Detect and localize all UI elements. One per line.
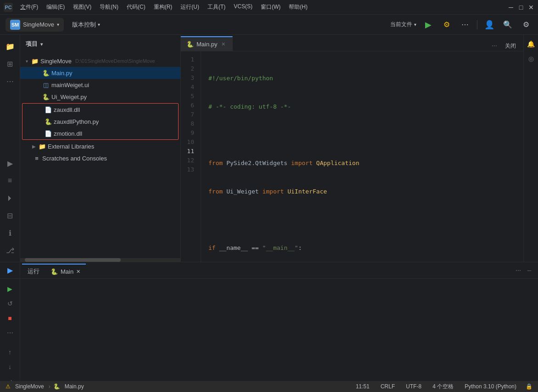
run-tool-stop-button[interactable]: ■: [4, 312, 17, 325]
menu-vcs[interactable]: VCS(S): [230, 2, 256, 12]
wrap-button[interactable]: ⇌: [4, 375, 17, 381]
bottom-sidebar-icons: ▶: [0, 262, 20, 278]
menu-help[interactable]: 帮助(H): [285, 2, 311, 12]
tab-more-icon[interactable]: ⋯: [489, 41, 499, 51]
tab-bar: 🐍 Main.py ✕ ⋯ 关闭: [181, 35, 523, 51]
status-python-version[interactable]: Python 3.10 (Python): [463, 383, 518, 390]
bottom-tab-run[interactable]: 运行: [22, 264, 45, 278]
more-options-button[interactable]: ⋯: [459, 18, 471, 31]
status-file-icon: 🐍: [53, 383, 60, 390]
search-icon[interactable]: 🔍: [501, 18, 514, 31]
folder-icon-external: 📁: [39, 143, 46, 150]
status-indent[interactable]: 4 个空格: [431, 383, 455, 391]
run-panel-icon[interactable]: ▶: [2, 263, 18, 278]
close-button[interactable]: ✕: [528, 4, 534, 11]
menu-navigate[interactable]: 导航(N): [96, 2, 122, 12]
py-icon-zauxdll-python: 🐍: [45, 118, 52, 125]
sidebar-icon-tools[interactable]: ⏵: [2, 190, 18, 206]
settings-icon[interactable]: ⚙: [520, 18, 532, 31]
bottom-tab-main-label: Main: [61, 268, 73, 275]
tree-item-zauxdll-python[interactable]: 🐍 zauxdllPython.py: [22, 116, 178, 127]
line-numbers: 1 2 3 4 5 6 7 8 9 10 11 12 13: [181, 51, 201, 262]
status-file-name[interactable]: Main.py: [63, 383, 86, 390]
version-control-button[interactable]: 版本控制 ▾: [67, 19, 105, 31]
code-line-3: [208, 131, 516, 140]
debug-button[interactable]: ⚙: [440, 18, 453, 31]
scroll-up-button[interactable]: ↑: [4, 346, 17, 359]
tab-main-py[interactable]: 🐍 Main.py ✕: [181, 36, 233, 51]
tree-item-ui-weiget-py-name: Ui_Weiget.py: [51, 94, 87, 100]
py-icon-ui-weiget: 🐍: [42, 93, 50, 100]
tree-item-main-py-name: Main.py: [51, 70, 73, 77]
tab-close-button[interactable]: ✕: [220, 41, 227, 47]
tree-item-zauxdll[interactable]: 📄 zauxdll.dll: [22, 104, 178, 116]
tree-item-scratches[interactable]: ≡ Scratches and Consoles: [20, 152, 180, 164]
tree-item-main-weiget-ui[interactable]: ◫ mainWeiget.ui: [20, 79, 180, 91]
run-tool-run-button[interactable]: ▶: [4, 282, 17, 295]
code-line-2: # -*- coding: utf-8 -*-: [208, 102, 516, 111]
run-output[interactable]: [20, 279, 538, 381]
scroll-down-button[interactable]: ↓: [4, 360, 17, 373]
run-tool-more-button[interactable]: ⋯: [4, 326, 17, 339]
tree-arrow-root: ▾: [24, 58, 29, 64]
py-icon-main: 🐍: [42, 69, 50, 77]
file-panel-scrollbar[interactable]: [20, 258, 180, 262]
menu-file[interactable]: 文件(F): [17, 2, 42, 12]
status-cursor-position[interactable]: 11:51: [354, 383, 371, 390]
ai-assistant-icon[interactable]: ◎: [526, 53, 537, 64]
tree-item-zmotion[interactable]: 📄 zmotion.dll: [22, 127, 178, 139]
minimize-button[interactable]: ─: [508, 4, 514, 11]
menu-edit[interactable]: 编辑(E): [43, 2, 68, 12]
bottom-tab-close-button[interactable]: ✕: [76, 269, 80, 275]
tab-main-py-label: Main.py: [196, 41, 218, 48]
file-tree: ▾ 📁 SingleMove D:\01SingleMoveDemo\Singl…: [20, 53, 180, 258]
tree-item-external-libraries[interactable]: ▶ 📁 External Libraries: [20, 140, 180, 152]
menu-run[interactable]: 运行(U): [177, 2, 203, 12]
status-bar: ⚠ SingleMove › 🐍 Main.py 11:51 CRLF UTF-…: [0, 381, 538, 392]
dll-icon-zauxdll: 📄: [45, 106, 52, 113]
scratches-icon: ≡: [33, 155, 40, 162]
menu-tools[interactable]: 工具(T): [204, 2, 229, 12]
maximize-button[interactable]: □: [518, 4, 524, 11]
tree-item-main-py[interactable]: 🐍 Main.py: [20, 67, 180, 79]
status-project-name[interactable]: SingleMove: [13, 383, 46, 390]
bottom-left-icons: ▶ ↺ ■ ⋯ ↑ ↓ ⇌ ⇓ 🖨 🗑: [0, 279, 20, 381]
code-content[interactable]: #!/user/bin/python # -*- coding: utf-8 -…: [201, 51, 523, 262]
tree-item-ui-weiget-py[interactable]: 🐍 Ui_Weiget.py: [20, 91, 180, 103]
sidebar-icon-git[interactable]: ⎇: [2, 243, 18, 258]
tree-item-zauxdll-python-name: zauxdllPython.py: [54, 118, 99, 125]
run-button[interactable]: ▶: [422, 18, 435, 31]
project-avatar: SM: [10, 20, 20, 30]
sidebar-icon-layers[interactable]: ≡: [2, 173, 18, 188]
sidebar-icon-folder[interactable]: 📁: [2, 39, 18, 54]
menu-window[interactable]: 窗口(W): [257, 2, 284, 12]
tab-bar-actions: ⋯ 关闭: [486, 41, 523, 51]
bottom-tab-run-label: 运行: [28, 267, 39, 276]
menu-code[interactable]: 代码(C): [123, 2, 149, 12]
close-label[interactable]: 关闭: [501, 41, 520, 51]
notification-icon[interactable]: 🔔: [526, 39, 537, 50]
run-tools: ▶ ↺ ■ ⋯: [4, 282, 17, 339]
code-line-1: #!/user/bin/python: [208, 74, 516, 83]
code-line-6: [208, 215, 516, 225]
account-icon[interactable]: 👤: [483, 18, 496, 31]
dll-icon-zmotion: 📄: [45, 130, 52, 137]
sidebar-icon-database[interactable]: ⊟: [2, 208, 18, 223]
current-file-selector[interactable]: 当前文件 ▾: [390, 21, 416, 28]
menu-refactor[interactable]: 重构(R): [150, 2, 176, 12]
menu-view[interactable]: 视图(V): [69, 2, 95, 12]
sidebar-icon-run[interactable]: ▶: [2, 155, 18, 171]
status-encoding[interactable]: UTF-8: [404, 383, 423, 390]
tree-item-root[interactable]: ▾ 📁 SingleMove D:\01SingleMoveDemo\Singl…: [20, 55, 180, 67]
status-line-ending[interactable]: CRLF: [379, 383, 397, 390]
version-control-label: 版本控制: [72, 21, 96, 29]
project-selector[interactable]: SM SingleMove ▾: [6, 18, 64, 32]
sidebar-icon-info[interactable]: ℹ: [2, 225, 18, 241]
sidebar-icon-more[interactable]: ⋯: [2, 73, 18, 89]
bottom-tab-more-icon[interactable]: ⋯: [513, 265, 523, 276]
file-panel-chevron-icon: ▾: [40, 42, 43, 47]
sidebar-icon-structure[interactable]: ⊞: [2, 56, 18, 72]
bottom-tab-main[interactable]: 🐍 Main ✕: [45, 264, 86, 278]
bottom-minimize-icon[interactable]: ─: [524, 265, 534, 276]
run-tool-rerun-button[interactable]: ↺: [4, 297, 17, 310]
